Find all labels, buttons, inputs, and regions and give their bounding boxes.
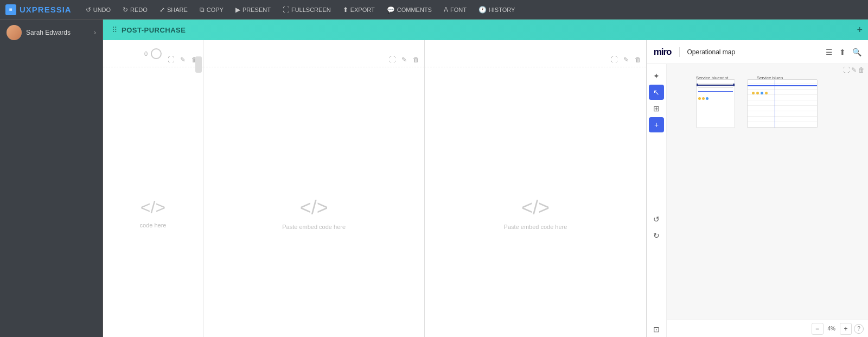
miro-canvas: Service blueprint xyxy=(667,64,868,320)
miro-footer: − 4% + ? xyxy=(667,320,868,337)
nav-copy[interactable]: ⧉ COPY xyxy=(195,4,228,16)
columns-container: 0 ⛶ ✎ 🗑 </> code here ⛶ ✎ xyxy=(103,40,868,337)
sidebar: Sarah Edwards › xyxy=(0,20,103,337)
logo-icon-letter: ≡ xyxy=(9,7,12,12)
nav-fullscreen[interactable]: ⛶ FULLSCREEN xyxy=(278,4,335,16)
nav-comments-label: COMMENTS xyxy=(397,7,432,13)
miro-grid-tool[interactable]: ⊞ xyxy=(649,101,664,116)
num-circle xyxy=(151,48,162,59)
nav-present-label: PRESENT xyxy=(242,7,271,13)
nav-redo[interactable]: ↻ REDO xyxy=(118,4,152,16)
column-3: ⛶ ✎ 🗑 </> Paste embed code here xyxy=(425,40,646,337)
zero-label: 0 xyxy=(144,50,148,57)
nav-share[interactable]: ⤢ SHARE xyxy=(155,4,192,16)
export-icon: ⬆ xyxy=(343,6,348,14)
cell-controls-3: ⛶ ✎ 🗑 xyxy=(609,55,643,65)
cell-top-2: ⛶ ✎ 🗑 xyxy=(203,40,424,67)
edit-icon-2[interactable]: ✎ xyxy=(399,55,409,65)
user-name: Sarah Edwards xyxy=(26,29,71,36)
nav-share-label: SHARE xyxy=(167,7,188,13)
top-navigation: ≡ UXPRESSIA ↺ UNDO ↻ REDO ⤢ SHARE ⧉ COPY… xyxy=(0,0,868,20)
phase-bar: ⠿ POST-PURCHASE + xyxy=(103,20,868,40)
miro-zoom-out-button[interactable]: − xyxy=(812,323,824,335)
num-badge-1: 0 xyxy=(144,48,162,59)
miro-frame-tool[interactable]: ⊡ xyxy=(649,322,664,337)
expand-icon-3[interactable]: ⛶ xyxy=(609,55,619,65)
blueprint-thumb-1 xyxy=(696,79,735,128)
user-row[interactable]: Sarah Edwards › xyxy=(0,20,103,46)
nav-font[interactable]: A FONT xyxy=(439,4,471,16)
miro-expand-icon[interactable]: ⛶ xyxy=(843,66,850,74)
nav-copy-label: COPY xyxy=(207,7,224,13)
edit-icon[interactable]: ✎ xyxy=(178,55,188,65)
main-canvas: ⠿ POST-PURCHASE + 0 ⛶ ✎ 🗑 </> code he xyxy=(103,20,868,337)
miro-redo-tool[interactable]: ↻ xyxy=(649,228,664,243)
nav-fullscreen-label: FULLSCREEN xyxy=(291,7,331,13)
miro-sparkle-tool[interactable]: ✦ xyxy=(649,68,664,84)
delete-icon-2[interactable]: 🗑 xyxy=(411,55,421,65)
logo-area: ≡ UXPRESSIA xyxy=(5,4,72,15)
cell-top-1: 0 ⛶ ✎ 🗑 xyxy=(103,40,203,67)
miro-zoom-in-button[interactable]: + xyxy=(840,323,852,335)
miro-delete-icon[interactable]: 🗑 xyxy=(858,66,865,74)
edit-icon-3[interactable]: ✎ xyxy=(621,55,631,65)
avatar-image xyxy=(7,25,22,40)
logo-text: UXPRESSIA xyxy=(20,5,72,14)
history-icon: 🕐 xyxy=(478,6,487,14)
code-icon-1: </> xyxy=(141,198,165,218)
scroll-indicator[interactable] xyxy=(195,56,202,73)
embed-text-3: Paste embed code here xyxy=(504,224,567,230)
embed-placeholder-3[interactable]: </> Paste embed code here xyxy=(425,111,646,315)
nav-export[interactable]: ⬆ EXPORT xyxy=(339,4,379,16)
miro-divider xyxy=(679,47,680,57)
cell-controls-2: ⛶ ✎ 🗑 xyxy=(387,55,421,65)
font-icon: A xyxy=(444,6,448,14)
add-phase-button[interactable]: + xyxy=(857,24,863,36)
miro-logo: miro xyxy=(654,47,672,58)
delete-icon-3[interactable]: 🗑 xyxy=(633,55,643,65)
expand-icon-2[interactable]: ⛶ xyxy=(387,55,397,65)
embed-text-1: code here xyxy=(140,222,167,228)
share-icon: ⤢ xyxy=(159,6,165,14)
blueprint-thumb-2 xyxy=(747,79,818,128)
undo-icon: ↺ xyxy=(86,6,91,14)
miro-toolbar: ✦ ↖ ⊞ + ↺ ↻ ⊡ xyxy=(647,64,667,337)
miro-edit-icon[interactable]: ✎ xyxy=(851,66,857,74)
code-icon-3: </> xyxy=(521,196,550,219)
embed-placeholder-2[interactable]: </> Paste embed code here xyxy=(203,111,424,315)
miro-help-button[interactable]: ? xyxy=(854,324,864,334)
cell-top-3: ⛶ ✎ 🗑 xyxy=(425,40,646,67)
present-icon: ▶ xyxy=(235,6,240,14)
phase-title: POST-PURCHASE xyxy=(122,26,186,34)
nav-present[interactable]: ▶ PRESENT xyxy=(231,4,275,16)
miro-undo-tool[interactable]: ↺ xyxy=(649,212,664,227)
miro-header: miro Operational map ☰ ⬆ 🔍 xyxy=(647,40,868,64)
miro-menu-icon[interactable]: ☰ xyxy=(826,48,833,56)
column-1: 0 ⛶ ✎ 🗑 </> code here xyxy=(103,40,203,337)
redo-icon: ↻ xyxy=(123,6,128,14)
miro-canvas-inner: Service blueprint xyxy=(667,64,868,320)
nav-history[interactable]: 🕐 HISTORY xyxy=(474,4,520,16)
miro-zoom-level: 4% xyxy=(826,326,838,332)
code-icon-2: </> xyxy=(300,196,328,219)
avatar xyxy=(7,25,22,40)
miro-plus-tool[interactable]: + xyxy=(649,117,664,132)
copy-icon: ⧉ xyxy=(200,6,205,14)
nav-comments[interactable]: 💬 COMMENTS xyxy=(382,4,436,16)
miro-cell-controls: ⛶ ✎ 🗑 xyxy=(841,64,867,76)
chevron-right-icon: › xyxy=(94,29,96,36)
nav-font-label: FONT xyxy=(450,7,467,13)
nav-export-label: EXPORT xyxy=(350,7,375,13)
cell-controls-1: ⛶ ✎ 🗑 xyxy=(166,55,200,65)
nav-undo[interactable]: ↺ UNDO xyxy=(81,4,115,16)
miro-cursor-tool[interactable]: ↖ xyxy=(649,85,664,100)
miro-search-icon[interactable]: 🔍 xyxy=(852,48,861,56)
comments-icon: 💬 xyxy=(387,6,395,14)
fullscreen-icon: ⛶ xyxy=(283,6,289,14)
nav-redo-label: REDO xyxy=(130,7,148,13)
embed-placeholder-1: </> code here xyxy=(103,111,203,315)
nav-history-label: HISTORY xyxy=(489,7,515,13)
blueprint-inner-1 xyxy=(697,84,735,128)
expand-icon[interactable]: ⛶ xyxy=(166,55,176,65)
miro-share-icon[interactable]: ⬆ xyxy=(839,48,846,56)
